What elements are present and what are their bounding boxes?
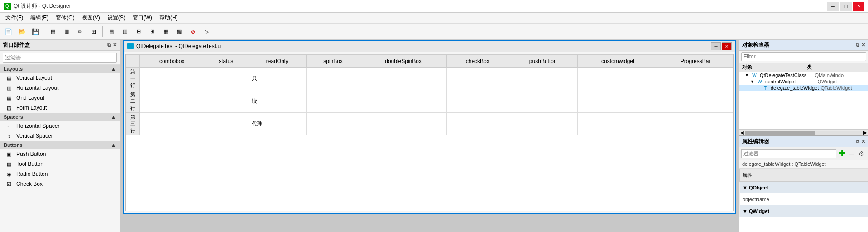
horizontal-layout-label: Horizontal Layout (16, 85, 58, 91)
menu-edit[interactable]: 编辑(E) (27, 13, 52, 23)
tree-item-central[interactable]: ▼ W centralWidget QWidget (739, 78, 868, 85)
widget-box-float-icon[interactable]: ⧉ (107, 42, 111, 48)
widget-horizontal-spacer[interactable]: ↔ Horizontal Spacer (0, 121, 120, 131)
menu-view[interactable]: 视图(V) (78, 13, 104, 23)
cell-3-spinbox[interactable] (307, 113, 360, 135)
property-toolbar: ✚ ─ ⚙ (739, 147, 868, 160)
cell-1-customwidget[interactable] (578, 68, 658, 90)
cell-3-combobox[interactable] (140, 113, 204, 135)
cell-1-checkbox[interactable] (447, 68, 508, 90)
menu-help[interactable]: 帮助(H) (156, 13, 182, 23)
float-win-close-button[interactable]: ✕ (722, 42, 732, 50)
cell-3-readonly[interactable]: 代理 (248, 113, 306, 135)
widget-vertical-spacer[interactable]: ↕ Vertical Spacer (0, 131, 120, 141)
widget-horizontal-layout[interactable]: ▥ Horizontal Layout (0, 83, 120, 93)
right-area: 对象检查器 ⧉ ✕ 对象 类 ▼ W QtDelegat (739, 40, 868, 232)
layout-btn-1[interactable]: ▤ (47, 25, 59, 38)
cell-2-combobox[interactable] (140, 90, 204, 113)
widget-tool-button[interactable]: ▤ Tool Button (0, 159, 120, 169)
menu-settings[interactable]: 设置(S) (104, 13, 129, 23)
menu-form[interactable]: 窗体(O) (52, 13, 78, 23)
cell-1-readonly[interactable]: 只 (248, 68, 306, 90)
tree-item-delegate[interactable]: T delegate_tableWidget QTableWidget (739, 85, 868, 91)
cell-3-pushbutton[interactable] (508, 113, 578, 135)
row-header-3: 第三行 (126, 113, 140, 135)
menu-window[interactable]: 窗口(W) (129, 13, 156, 23)
cell-2-pushbutton[interactable] (508, 90, 578, 113)
row-header-1: 第一行 (126, 68, 140, 90)
property-filter-input[interactable] (741, 149, 836, 158)
layout-btn-2[interactable]: ▥ (60, 25, 73, 38)
tree-scrollbar-track[interactable] (745, 130, 863, 135)
category-buttons[interactable]: Buttons ▲ (0, 141, 120, 149)
align-btn-6[interactable]: ▧ (173, 25, 186, 38)
cell-2-spinbox[interactable] (307, 90, 360, 113)
cell-3-status[interactable] (204, 113, 248, 135)
tree-arrow-root[interactable]: ▼ (745, 73, 751, 77)
maximize-button[interactable]: □ (840, 2, 852, 11)
category-layouts[interactable]: Layouts ▲ (0, 65, 120, 73)
align-btn-1[interactable]: ▤ (105, 25, 118, 38)
align-btn-2[interactable]: ▥ (119, 25, 131, 38)
widget-push-button[interactable]: ▣ Push Button (0, 149, 120, 159)
property-add-button[interactable]: ✚ (837, 148, 847, 159)
property-float-icon[interactable]: ⧉ (856, 139, 859, 145)
cell-3-checkbox[interactable] (447, 113, 508, 135)
category-spacers[interactable]: Spacers ▲ (0, 113, 120, 121)
tree-scrollbar-thumb[interactable] (745, 130, 815, 135)
property-minus-button[interactable]: ─ (848, 149, 856, 158)
widget-form-layout[interactable]: ▧ Form Layout (0, 103, 120, 113)
new-button[interactable]: 📄 (2, 25, 14, 38)
stop-btn[interactable]: ⊘ (187, 25, 199, 38)
tree-scroll-left[interactable]: ◀ (740, 130, 744, 135)
open-button[interactable]: 📂 (15, 25, 28, 38)
minimize-button[interactable]: ─ (827, 2, 839, 11)
cell-1-pushbutton[interactable] (508, 68, 578, 90)
tree-name-root: QtDelegateTestClass (759, 72, 813, 78)
property-config-button[interactable]: ⚙ (857, 149, 866, 158)
widget-vertical-layout[interactable]: ▤ Vertical Layout (0, 73, 120, 83)
cell-1-combobox[interactable] (140, 68, 204, 90)
cell-3-double-spinbox[interactable] (360, 113, 446, 135)
cell-2-checkbox[interactable] (447, 90, 508, 113)
widget-grid-layout[interactable]: ▦ Grid Layout (0, 93, 120, 103)
save-button[interactable]: 💾 (29, 25, 42, 38)
layout-btn-3[interactable]: ✏ (74, 25, 86, 38)
prop-row-objectname[interactable]: objectName delegate_tableWid... (740, 193, 868, 205)
tree-arrow-central[interactable]: ▼ (750, 79, 757, 84)
widget-box-close-icon[interactable]: ✕ (113, 42, 117, 48)
widget-check-box[interactable]: ☑ Check Box (0, 179, 120, 189)
cell-2-double-spinbox[interactable] (360, 90, 446, 113)
widget-filter-input[interactable] (3, 53, 117, 63)
float-win-min-button[interactable]: ─ (711, 42, 721, 50)
tree-item-root[interactable]: ▼ W QtDelegateTestClass QMainWindo (739, 72, 868, 78)
cell-2-readonly[interactable]: 读 (248, 90, 306, 113)
cell-2-status[interactable] (204, 90, 248, 113)
cell-1-double-spinbox[interactable] (360, 68, 446, 90)
cell-1-status[interactable] (204, 68, 248, 90)
cell-1-progressbar[interactable] (658, 68, 733, 90)
float-window-title-text: QtDelegateTest - QtDelegateTest.ui (136, 43, 711, 49)
cell-3-customwidget[interactable] (578, 113, 658, 135)
layout-btn-4[interactable]: ⊞ (87, 25, 100, 38)
widget-radio-button[interactable]: ◉ Radio Button (0, 169, 120, 179)
inspector-filter-input[interactable] (741, 52, 866, 61)
col-status: status (204, 55, 248, 68)
menu-file[interactable]: 文件(F) (2, 13, 27, 23)
preview-btn[interactable]: ▷ (200, 25, 213, 38)
tree-scroll-right[interactable]: ▶ (863, 130, 867, 135)
align-btn-5[interactable]: ▦ (159, 25, 172, 38)
prop-name-objectname: objectName (740, 193, 868, 205)
inspector-close-icon[interactable]: ✕ (861, 42, 865, 48)
cell-3-progressbar[interactable] (658, 113, 733, 135)
align-btn-3[interactable]: ⊟ (132, 25, 145, 38)
prop-section-arrow[interactable]: ▼ (743, 185, 749, 190)
cell-2-customwidget[interactable] (578, 90, 658, 113)
prop-section-arrow-qwidget[interactable]: ▼ (743, 208, 749, 214)
align-btn-4[interactable]: ⊞ (146, 25, 158, 38)
close-button[interactable]: ✕ (853, 2, 864, 11)
inspector-float-icon[interactable]: ⧉ (856, 42, 859, 48)
cell-1-spinbox[interactable] (307, 68, 360, 90)
cell-2-progressbar[interactable] (658, 90, 733, 113)
property-close-icon[interactable]: ✕ (861, 139, 865, 145)
